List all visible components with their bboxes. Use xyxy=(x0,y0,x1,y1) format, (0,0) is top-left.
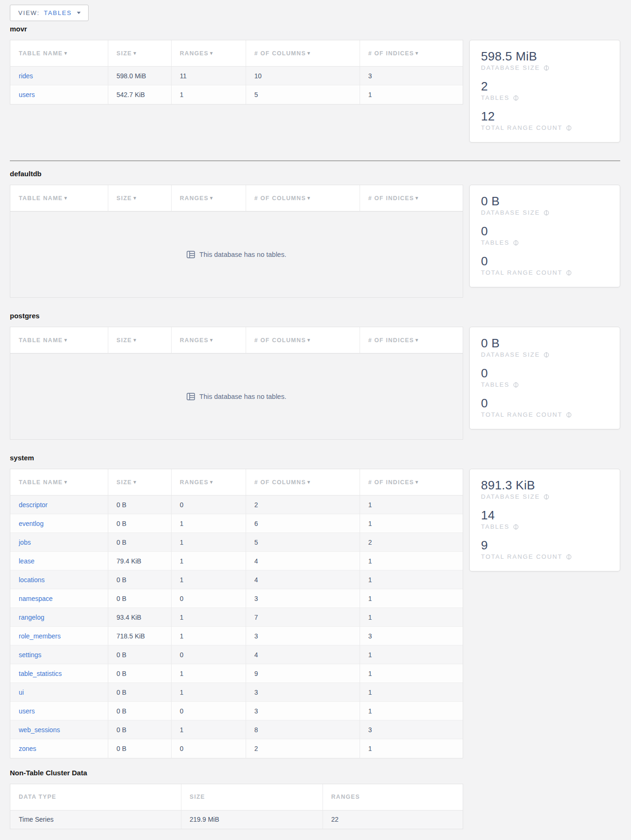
empty-database-message: This database has no tables. xyxy=(10,211,463,297)
column-header-label: SIZE xyxy=(190,794,205,800)
column-header-table-name[interactable]: TABLE NAME▼ xyxy=(10,185,108,211)
table-name-link[interactable]: rides xyxy=(19,72,33,80)
table-name-link[interactable]: zones xyxy=(19,745,36,752)
table-name-link[interactable]: locations xyxy=(19,576,45,584)
table-ranges-cell: 0 xyxy=(171,702,246,720)
column-header-of-columns[interactable]: # OF COLUMNS▼ xyxy=(246,40,360,67)
column-header-size[interactable]: SIZE▼ xyxy=(108,185,171,211)
table-columns-cell: 3 xyxy=(246,683,360,702)
table-columns-cell: 2 xyxy=(246,495,360,514)
column-header-table-name[interactable]: TABLE NAME▼ xyxy=(10,327,108,353)
info-icon[interactable] xyxy=(566,554,572,560)
table-name-link[interactable]: users xyxy=(19,91,35,98)
table-row: descriptor0 B021 xyxy=(10,495,463,514)
column-header-label: # OF COLUMNS xyxy=(255,195,306,202)
database-section-movr: movrTABLE NAME▼SIZE▼RANGES▼# OF COLUMNS▼… xyxy=(10,25,620,142)
table-name-cell: jobs xyxy=(10,533,108,552)
tables-count-label: TABLES xyxy=(481,239,609,246)
info-icon[interactable] xyxy=(513,95,519,101)
table-name-link[interactable]: namespace xyxy=(19,595,53,602)
column-header-label: TABLE NAME xyxy=(19,50,63,57)
column-header-of-columns[interactable]: # OF COLUMNS▼ xyxy=(246,185,360,211)
tables-count-stat: 0TABLES xyxy=(481,366,609,388)
table-size-cell: 0 B xyxy=(108,514,171,533)
column-header-label: SIZE xyxy=(117,50,132,57)
tables-count-label: TABLES xyxy=(481,523,609,530)
empty-database-message: This database has no tables. xyxy=(10,353,463,439)
info-icon[interactable] xyxy=(566,412,572,418)
info-icon[interactable] xyxy=(513,524,519,530)
tables-count-stat: 2TABLES xyxy=(481,79,609,101)
table-indices-cell: 1 xyxy=(360,645,463,664)
table-ranges-cell: 1 xyxy=(171,85,246,104)
table-name-link[interactable]: descriptor xyxy=(19,501,47,509)
column-header-size[interactable]: SIZE▼ xyxy=(108,327,171,353)
table-indices-cell: 1 xyxy=(360,683,463,702)
table-name-link[interactable]: eventlog xyxy=(19,520,44,527)
table-name-link[interactable]: role_members xyxy=(19,632,60,640)
info-icon[interactable] xyxy=(566,125,572,131)
info-icon[interactable] xyxy=(543,65,549,71)
table-columns-cell: 5 xyxy=(246,533,360,552)
table-ranges-cell: 0 xyxy=(171,589,246,608)
total-range-count-label: TOTAL RANGE COUNT xyxy=(481,411,609,418)
table-name-cell: zones xyxy=(10,739,108,758)
column-header-of-columns[interactable]: # OF COLUMNS▼ xyxy=(246,469,360,495)
column-header-of-indices[interactable]: # OF INDICES▼ xyxy=(360,327,463,353)
table-name-link[interactable]: ui xyxy=(19,689,24,696)
sort-descending-icon: ▼ xyxy=(307,51,312,56)
table-icon xyxy=(187,393,195,400)
column-header-size[interactable]: SIZE▼ xyxy=(108,40,171,67)
table-name-cell: users xyxy=(10,702,108,720)
column-header-table-name[interactable]: TABLE NAME▼ xyxy=(10,40,108,67)
view-dropdown-label: VIEW: xyxy=(18,9,40,16)
table-ranges-cell: 1 xyxy=(171,720,246,739)
info-icon[interactable] xyxy=(566,270,572,276)
table-icon xyxy=(187,251,195,258)
column-header-ranges[interactable]: RANGES▼ xyxy=(171,40,246,67)
column-header-of-indices[interactable]: # OF INDICES▼ xyxy=(360,185,463,211)
table-ranges-cell: 1 xyxy=(171,533,246,552)
column-header-of-columns[interactable]: # OF COLUMNS▼ xyxy=(246,327,360,353)
database-size-value: 891.3 KiB xyxy=(481,478,609,492)
sort-descending-icon: ▼ xyxy=(307,195,312,201)
table-name-link[interactable]: table_statistics xyxy=(19,670,62,677)
table-name-link[interactable]: web_sessions xyxy=(19,726,60,734)
table-ranges-cell: 1 xyxy=(171,664,246,683)
column-header-of-indices[interactable]: # OF INDICES▼ xyxy=(360,40,463,67)
info-icon[interactable] xyxy=(513,240,519,246)
database-size-label: DATABASE SIZE xyxy=(481,64,609,71)
table-ranges-cell: 1 xyxy=(171,552,246,570)
column-header-ranges[interactable]: RANGES▼ xyxy=(171,469,246,495)
table-columns-cell: 4 xyxy=(246,552,360,570)
sort-descending-icon: ▼ xyxy=(63,51,68,56)
total-range-count-label-text: TOTAL RANGE COUNT xyxy=(481,553,563,560)
total-range-count-value: 0 xyxy=(481,254,609,268)
view-dropdown[interactable]: VIEW: TABLES xyxy=(10,5,89,21)
table-size-cell: 598.0 MiB xyxy=(108,67,171,85)
table-indices-cell: 3 xyxy=(360,627,463,645)
info-icon[interactable] xyxy=(543,352,549,358)
tables-count-label-text: TABLES xyxy=(481,94,510,101)
column-header-of-indices[interactable]: # OF INDICES▼ xyxy=(360,469,463,495)
database-size-label-text: DATABASE SIZE xyxy=(481,493,540,500)
table-size-cell: 542.7 KiB xyxy=(108,85,171,104)
column-header-ranges[interactable]: RANGES▼ xyxy=(171,185,246,211)
info-icon[interactable] xyxy=(513,382,519,388)
database-sections: movrTABLE NAME▼SIZE▼RANGES▼# OF COLUMNS▼… xyxy=(10,25,631,758)
sort-descending-icon: ▼ xyxy=(414,195,420,201)
info-icon[interactable] xyxy=(543,494,549,500)
sort-descending-icon: ▼ xyxy=(209,480,214,485)
table-name-link[interactable]: users xyxy=(19,707,35,715)
column-header-ranges[interactable]: RANGES▼ xyxy=(171,327,246,353)
table-name-link[interactable]: settings xyxy=(19,651,41,659)
database-size-stat: 891.3 KiBDATABASE SIZE xyxy=(481,478,609,500)
table-name-link[interactable]: rangelog xyxy=(19,614,45,621)
table-name-link[interactable]: jobs xyxy=(19,539,31,546)
column-header-size[interactable]: SIZE▼ xyxy=(108,469,171,495)
sort-descending-icon: ▼ xyxy=(63,338,68,343)
column-header-table-name[interactable]: TABLE NAME▼ xyxy=(10,469,108,495)
tables-count-label: TABLES xyxy=(481,94,609,101)
info-icon[interactable] xyxy=(543,210,549,216)
table-name-link[interactable]: lease xyxy=(19,557,34,565)
